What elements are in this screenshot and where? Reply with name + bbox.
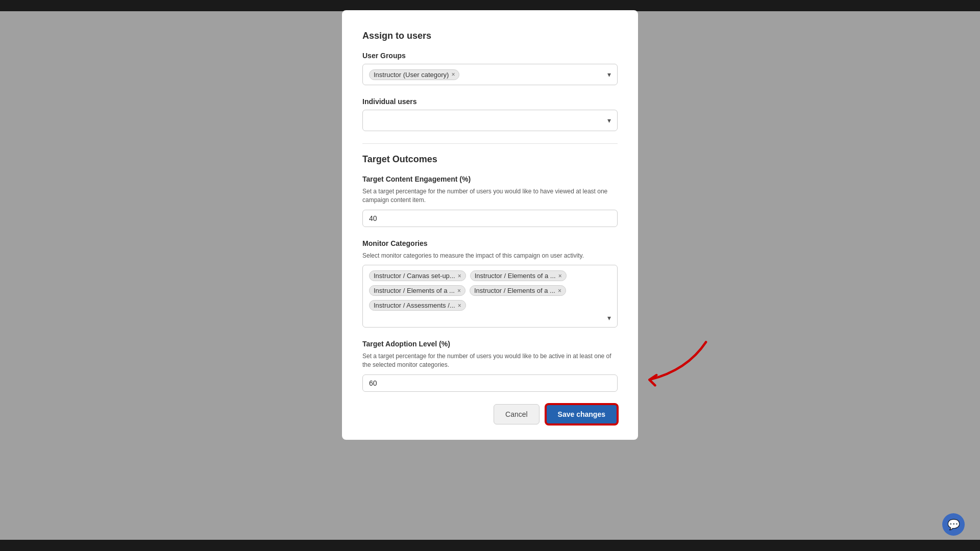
monitor-tag-5-close-icon[interactable]: × xyxy=(458,302,461,309)
tag-instructor-user-cat[interactable]: Instructor (User category) × xyxy=(369,69,459,80)
monitor-categories-chevron-icon: ▾ xyxy=(607,314,611,322)
user-groups-chevron-icon: ▾ xyxy=(607,70,611,79)
individual-users-dropdown[interactable]: ▾ xyxy=(362,110,618,131)
target-adoption-label: Target Adoption Level (%) xyxy=(362,340,618,348)
monitor-categories-chevron-area: ▾ xyxy=(369,314,611,322)
monitor-categories-group: Monitor Categories Select monitor catego… xyxy=(362,239,618,328)
monitor-tag-2[interactable]: Instructor / Elements of a ... × xyxy=(470,270,567,281)
monitor-tag-4[interactable]: Instructor / Elements of a ... × xyxy=(470,285,566,296)
target-outcomes-section: Target Outcomes Target Content Engagemen… xyxy=(362,154,618,392)
target-content-input[interactable] xyxy=(362,210,618,227)
target-content-description: Set a target percentage for the number o… xyxy=(362,187,618,205)
monitor-tag-4-close-icon[interactable]: × xyxy=(558,287,561,294)
monitor-categories-label: Monitor Categories xyxy=(362,239,618,247)
tag-label: Instructor (User category) xyxy=(374,71,449,79)
form-panel: Assign to users User Groups Instructor (… xyxy=(342,10,638,440)
monitor-tag-1[interactable]: Instructor / Canvas set-up... × xyxy=(369,270,466,281)
monitor-tag-5[interactable]: Instructor / Assessments /... × xyxy=(369,300,466,311)
user-groups-dropdown[interactable]: Instructor (User category) × ▾ xyxy=(362,64,618,85)
user-groups-tag-list: Instructor (User category) × xyxy=(369,69,607,80)
monitor-tag-2-close-icon[interactable]: × xyxy=(558,272,562,280)
individual-users-chevron-icon: ▾ xyxy=(607,116,611,124)
target-content-label: Target Content Engagement (%) xyxy=(362,175,618,183)
monitor-tag-3[interactable]: Instructor / Elements of a ... × xyxy=(369,285,465,296)
monitor-tags-grid: Instructor / Canvas set-up... × Instruct… xyxy=(369,270,611,311)
monitor-categories-description: Select monitor categories to measure the… xyxy=(362,252,618,260)
chat-icon: 💬 xyxy=(947,518,960,531)
monitor-categories-box[interactable]: Instructor / Canvas set-up... × Instruct… xyxy=(362,265,618,328)
target-content-group: Target Content Engagement (%) Set a targ… xyxy=(362,175,618,227)
annotation-arrow xyxy=(607,333,720,394)
target-adoption-description: Set a target percentage for the number o… xyxy=(362,352,618,369)
monitor-tag-4-label: Instructor / Elements of a ... xyxy=(474,287,555,294)
target-adoption-group: Target Adoption Level (%) Set a target p… xyxy=(362,340,618,392)
section-divider-1 xyxy=(362,143,618,144)
action-buttons-row: Cancel Save changes xyxy=(362,404,618,424)
user-groups-group: User Groups Instructor (User category) ×… xyxy=(362,52,618,85)
top-bar xyxy=(0,0,980,11)
bottom-bar xyxy=(0,540,980,551)
target-adoption-input[interactable] xyxy=(362,374,618,392)
chat-bubble-button[interactable]: 💬 xyxy=(942,513,965,536)
tag-close-icon[interactable]: × xyxy=(451,71,455,78)
assign-section-title: Assign to users xyxy=(362,31,618,41)
save-changes-button[interactable]: Save changes xyxy=(546,404,618,424)
assign-section: Assign to users User Groups Instructor (… xyxy=(362,31,618,131)
monitor-tag-3-close-icon[interactable]: × xyxy=(457,287,461,294)
monitor-tag-5-label: Instructor / Assessments /... xyxy=(374,302,455,309)
individual-users-label: Individual users xyxy=(362,97,618,106)
target-outcomes-title: Target Outcomes xyxy=(362,154,618,165)
monitor-tag-3-label: Instructor / Elements of a ... xyxy=(374,287,455,294)
page-container: Assign to users User Groups Instructor (… xyxy=(0,0,980,551)
user-groups-label: User Groups xyxy=(362,52,618,60)
monitor-tag-1-close-icon[interactable]: × xyxy=(458,272,461,280)
cancel-button[interactable]: Cancel xyxy=(494,404,540,424)
individual-users-group: Individual users ▾ xyxy=(362,97,618,131)
monitor-tag-1-label: Instructor / Canvas set-up... xyxy=(374,272,455,280)
monitor-tag-2-label: Instructor / Elements of a ... xyxy=(475,272,556,280)
